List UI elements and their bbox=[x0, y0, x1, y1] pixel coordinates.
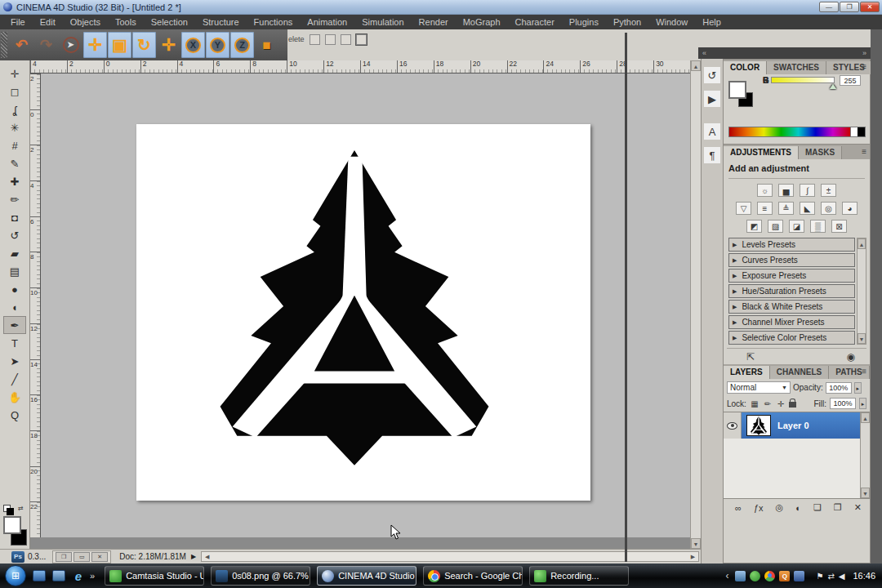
delete-layer-icon[interactable]: ✕ bbox=[854, 502, 862, 513]
preset-row[interactable]: ▶ Curves Presets bbox=[728, 253, 855, 267]
eraser-tool[interactable]: ▰ bbox=[3, 244, 26, 262]
cascade-doc-button[interactable]: ❐ bbox=[56, 552, 72, 562]
network-status-icon[interactable]: ⇄ bbox=[827, 572, 834, 581]
action-center-icon[interactable]: ⚑ bbox=[816, 572, 823, 581]
quicklaunch-media-icon[interactable] bbox=[33, 570, 46, 581]
layer-thumbnail[interactable] bbox=[746, 415, 771, 436]
swap-colors-icon[interactable]: ⇄ bbox=[18, 505, 24, 512]
scroll-up-icon[interactable]: ▲ bbox=[858, 238, 866, 249]
color-slider-track[interactable] bbox=[771, 77, 835, 83]
opacity-value[interactable]: 100% bbox=[826, 382, 852, 394]
more-icons-chevron[interactable]: » bbox=[90, 571, 95, 581]
eyedropper-tool[interactable]: ✎ bbox=[3, 154, 26, 172]
path-selection-tool[interactable]: ➤ bbox=[3, 352, 26, 370]
crop-tool[interactable]: # bbox=[3, 136, 26, 154]
tile-doc-button[interactable]: ▭ bbox=[74, 552, 90, 562]
taskbar-camtasia-button[interactable]: Camtasia Studio - U... bbox=[105, 566, 204, 586]
menu-item[interactable]: Selection bbox=[144, 15, 195, 29]
x-axis-lock-button[interactable]: X bbox=[181, 32, 205, 58]
new-layer-icon[interactable]: ❐ bbox=[834, 502, 842, 513]
channel-mixer-icon[interactable]: ◕ bbox=[842, 202, 858, 215]
history-brush-tool[interactable]: ↺ bbox=[3, 226, 26, 244]
clip-to-layer-icon[interactable]: ◉ bbox=[847, 351, 855, 363]
preset-row[interactable]: ▶ Selective Color Presets bbox=[728, 331, 855, 345]
menu-item[interactable]: Edit bbox=[33, 15, 63, 29]
lock-transparency-icon[interactable]: ▦ bbox=[750, 399, 760, 408]
close-doc-button[interactable]: ✕ bbox=[91, 552, 108, 562]
z-axis-lock-button[interactable]: Z bbox=[230, 32, 254, 58]
menu-item[interactable]: MoGraph bbox=[456, 15, 508, 29]
threshold-icon[interactable]: ◪ bbox=[789, 220, 804, 233]
redo-icon[interactable]: ↷ bbox=[34, 32, 58, 58]
spinner-icon[interactable]: ▸ bbox=[854, 382, 862, 394]
color-balance-icon[interactable]: ≜ bbox=[778, 202, 794, 215]
quicklaunch-desktop-icon[interactable] bbox=[52, 570, 65, 581]
black-swatch[interactable] bbox=[858, 127, 865, 136]
levels-icon[interactable]: ▅ bbox=[778, 184, 794, 197]
tray-chevron-icon[interactable]: ‹ bbox=[725, 570, 728, 581]
fill-value[interactable]: 100% bbox=[830, 398, 856, 409]
tray-monitor-icon[interactable] bbox=[735, 571, 746, 581]
scroll-up-icon[interactable]: ▲ bbox=[691, 60, 701, 71]
new-group-icon[interactable]: ❏ bbox=[813, 502, 822, 513]
start-button[interactable]: ⊞ bbox=[5, 565, 26, 586]
invert-icon[interactable]: ◩ bbox=[746, 220, 762, 233]
hue-saturation-icon[interactable]: ≡ bbox=[757, 202, 773, 215]
live-selection-icon[interactable]: ➤ bbox=[59, 32, 82, 58]
menu-item[interactable]: Functions bbox=[247, 15, 301, 29]
gradient-map-icon[interactable]: ▒ bbox=[810, 220, 826, 233]
tab-swatches[interactable]: SWATCHES bbox=[767, 61, 826, 74]
volume-icon[interactable]: ◀ bbox=[839, 572, 845, 581]
default-colors-icon[interactable] bbox=[3, 505, 11, 512]
y-axis-lock-button[interactable]: Y bbox=[206, 32, 229, 58]
pen-tool[interactable]: ✒ bbox=[3, 316, 26, 334]
layers-scrollbar[interactable]: ▲ ▼ bbox=[860, 412, 870, 498]
layer-row[interactable]: Layer 0 bbox=[724, 412, 860, 439]
status-popup-icon[interactable]: ▶ bbox=[191, 553, 196, 560]
menu-item[interactable]: File bbox=[3, 15, 33, 29]
spinner-icon[interactable]: ▸ bbox=[859, 398, 866, 409]
spectrum-gradient[interactable] bbox=[729, 127, 850, 136]
preset-row[interactable]: ▶ Hue/Saturation Presets bbox=[728, 284, 855, 298]
line-tool[interactable]: ╱ bbox=[3, 370, 26, 388]
window-titlebar[interactable]: CINEMA 4D Studio (32 Bit) - [Untitled 2 … bbox=[0, 0, 882, 15]
undo-icon[interactable]: ↶ bbox=[10, 32, 33, 58]
hand-tool[interactable]: ✋ bbox=[3, 388, 26, 406]
vertical-scrollbar[interactable]: ▲ ▼ bbox=[690, 60, 701, 549]
menu-item[interactable]: Plugins bbox=[562, 15, 606, 29]
history-panel-icon[interactable]: ↺ bbox=[704, 67, 720, 83]
rectangular-marquee-tool[interactable]: ◻ bbox=[3, 82, 26, 100]
layer-visibility-toggle[interactable] bbox=[724, 412, 742, 439]
rotate-tool-icon[interactable]: ↻ bbox=[132, 32, 156, 58]
channel-value[interactable]: 255 bbox=[840, 75, 861, 86]
toolbar-grip[interactable] bbox=[1, 32, 7, 58]
tab-adjustments[interactable]: ADJUSTMENTS bbox=[724, 146, 799, 159]
menu-item[interactable]: Structure bbox=[195, 15, 247, 29]
collapse-dock-icon[interactable]: « bbox=[702, 50, 706, 57]
menu-item[interactable]: Objects bbox=[63, 15, 108, 29]
preset-row[interactable]: ▶ Black & White Presets bbox=[728, 300, 855, 314]
new-adjustment-layer-icon[interactable]: ◐ bbox=[795, 503, 801, 513]
scroll-down-icon[interactable]: ▼ bbox=[691, 538, 701, 549]
lock-pixels-icon[interactable]: ✏ bbox=[763, 399, 773, 408]
switch-panel-view-icon[interactable]: ⇱ bbox=[746, 351, 755, 363]
canvas-area[interactable] bbox=[41, 74, 690, 537]
menu-item[interactable]: Simulation bbox=[354, 15, 411, 29]
tray-network-monitor-icon[interactable] bbox=[794, 571, 804, 581]
tab-color[interactable]: COLOR bbox=[724, 61, 767, 74]
menu-item[interactable]: Tools bbox=[108, 15, 144, 29]
taskbar-recording-button[interactable]: Recording... bbox=[529, 566, 629, 586]
healing-brush-tool[interactable]: ✚ bbox=[3, 172, 26, 190]
black-white-icon[interactable]: ◣ bbox=[800, 202, 815, 215]
zoom-tool[interactable]: Q bbox=[3, 406, 26, 424]
quick-selection-tool[interactable]: ✳ bbox=[3, 118, 26, 136]
menu-item[interactable]: Python bbox=[606, 15, 648, 29]
brightness-contrast-icon[interactable]: ☼ bbox=[757, 184, 773, 197]
color-spectrum-bar[interactable] bbox=[728, 127, 866, 137]
scale-tool-icon[interactable]: ▣ bbox=[108, 32, 131, 58]
blur-tool[interactable]: ● bbox=[3, 280, 26, 298]
brush-tool[interactable]: ✏ bbox=[3, 190, 26, 208]
selective-color-icon[interactable]: ⊠ bbox=[831, 220, 847, 233]
add-layer-mask-icon[interactable]: ◎ bbox=[776, 502, 784, 513]
close-button[interactable]: ✕ bbox=[860, 2, 880, 12]
